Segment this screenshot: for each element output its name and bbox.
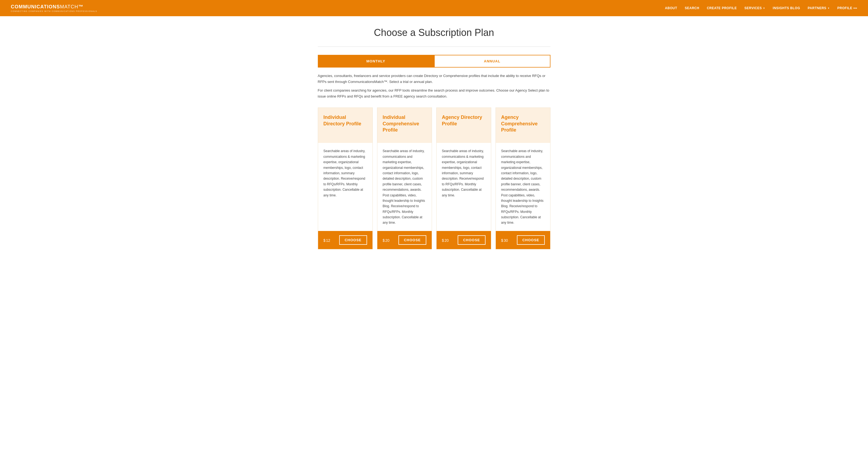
nav-profile[interactable]: PROFILE •••	[837, 6, 857, 10]
divider	[318, 46, 551, 47]
nav-search[interactable]: SEARCH	[685, 6, 699, 10]
nav-services[interactable]: SERVICES ▼	[744, 6, 765, 10]
tab-annual[interactable]: ANNUAL	[434, 55, 551, 68]
choose-button-0[interactable]: CHOOSE	[339, 235, 367, 245]
navbar: COMMUNICATIONSMATCH™ CONNECTING COMPANIE…	[0, 0, 868, 16]
plans-row: Individual Directory Profile Searchable …	[318, 107, 551, 249]
plan-body-2: Searchable areas of industry, communicat…	[437, 143, 491, 231]
plan-price-2: $20	[442, 236, 449, 243]
plan-header-0: Individual Directory Profile	[318, 108, 372, 143]
plan-header-2: Agency Directory Profile	[437, 108, 491, 143]
plan-header-3: Agency Comprehensive Profile	[496, 108, 550, 143]
plan-body-1: Searchable areas of industry, communicat…	[377, 143, 432, 231]
logo-text: COMMUNICATIONSMATCH™	[11, 4, 97, 10]
plan-footer-2: $20 CHOOSE	[437, 231, 491, 249]
choose-button-3[interactable]: CHOOSE	[517, 235, 545, 245]
plan-price-0: $12	[323, 236, 331, 243]
plan-title-3: Agency Comprehensive Profile	[501, 114, 545, 133]
plan-footer-1: $20 CHOOSE	[377, 231, 432, 249]
plan-individual-comprehensive: Individual Comprehensive Profile Searcha…	[377, 107, 432, 249]
nav-links: ABOUT SEARCH CREATE PROFILE SERVICES ▼ I…	[665, 6, 857, 10]
nav-partners[interactable]: PARTNERS ▼	[808, 6, 830, 10]
services-dropdown-icon: ▼	[763, 7, 765, 9]
nav-insights-blog[interactable]: INSIGHTS BLOG	[773, 6, 800, 10]
page-title: Choose a Subscription Plan	[318, 27, 551, 38]
plan-body-0: Searchable areas of industry, communicat…	[318, 143, 372, 231]
logo-subtitle: CONNECTING COMPANIES WITH COMMUNICATIONS…	[11, 10, 97, 12]
choose-button-1[interactable]: CHOOSE	[398, 235, 426, 245]
partners-dropdown-icon: ▼	[828, 7, 830, 9]
nav-create-profile[interactable]: CREATE PROFILE	[707, 6, 737, 10]
description-1: Agencies, consultants, freelancers and s…	[318, 73, 551, 85]
logo[interactable]: COMMUNICATIONSMATCH™ CONNECTING COMPANIE…	[11, 4, 97, 12]
billing-tabs: MONTHLY ANNUAL	[318, 55, 551, 68]
plan-title-2: Agency Directory Profile	[442, 114, 486, 127]
plan-agency-comprehensive: Agency Comprehensive Profile Searchable …	[496, 107, 551, 249]
plan-title-1: Individual Comprehensive Profile	[383, 114, 426, 133]
page-content: Choose a Subscription Plan MONTHLY ANNUA…	[312, 16, 556, 260]
plan-body-3: Searchable areas of industry, communicat…	[496, 143, 550, 231]
plan-footer-3: $30 CHOOSE	[496, 231, 550, 249]
plan-price-1: $20	[383, 236, 390, 243]
description-2: For client companies searching for agenc…	[318, 88, 551, 99]
plan-title-0: Individual Directory Profile	[323, 114, 367, 127]
tab-monthly[interactable]: MONTHLY	[318, 55, 434, 68]
plan-header-1: Individual Comprehensive Profile	[377, 108, 432, 143]
plan-individual-directory: Individual Directory Profile Searchable …	[318, 107, 373, 249]
nav-about[interactable]: ABOUT	[665, 6, 677, 10]
choose-button-2[interactable]: CHOOSE	[458, 235, 485, 245]
plan-footer-0: $12 CHOOSE	[318, 231, 372, 249]
plan-price-3: $30	[501, 236, 508, 243]
plan-agency-directory: Agency Directory Profile Searchable area…	[436, 107, 491, 249]
